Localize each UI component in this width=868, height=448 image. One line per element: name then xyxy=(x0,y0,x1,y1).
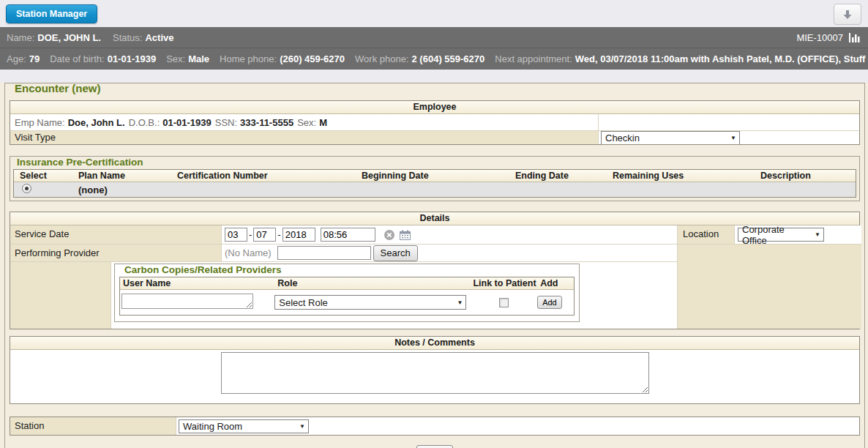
performing-provider-label: Performing Provider xyxy=(10,244,221,261)
col-beginning-date: Beginning Date xyxy=(356,170,509,182)
performing-provider-cell: (No Name) Search xyxy=(221,244,677,261)
emp-dob-label: D.O.B.: xyxy=(129,117,160,128)
page-content: Encounter (new) Employee Emp Name: Doe, … xyxy=(0,83,868,448)
collapse-button[interactable] xyxy=(834,4,861,25)
age-label: Age: xyxy=(7,53,26,64)
location-value: Corporate Office xyxy=(742,224,810,246)
encounter-legend: Encounter (new) xyxy=(11,83,105,94)
emp-sex-value: M xyxy=(319,117,327,128)
station-select[interactable]: Waiting Room ▼ xyxy=(179,419,309,433)
home-phone-value: (260) 459-6270 xyxy=(280,53,345,64)
date-separator: - xyxy=(277,229,280,240)
patient-status: Active xyxy=(145,32,173,43)
chevron-down-icon: ▼ xyxy=(815,231,820,238)
service-date-label: Service Date xyxy=(10,225,221,244)
role-value: Select Role xyxy=(279,297,327,308)
add-provider-button[interactable]: Add xyxy=(537,296,562,309)
details-header: Details xyxy=(10,212,859,225)
calendar-button[interactable] xyxy=(400,230,411,240)
dob-value: 01-01-1939 xyxy=(108,53,157,64)
chevron-down-icon: ▼ xyxy=(299,423,305,430)
carbon-copies-input-row: Select Role ▼ Add xyxy=(120,290,574,315)
visit-type-select[interactable]: Checkin ▼ xyxy=(601,131,740,145)
location-select[interactable]: Corporate Office ▼ xyxy=(738,228,824,242)
notes-header: Notes / Comments xyxy=(10,337,859,350)
station-section: Station Waiting Room ▼ xyxy=(10,417,860,436)
dob-label: Date of birth: xyxy=(50,53,104,64)
calendar-icon xyxy=(400,230,411,240)
employee-info-right-cell xyxy=(598,114,859,130)
sex-label: Sex: xyxy=(166,53,185,64)
no-name-text: (No Name) xyxy=(225,247,272,258)
insurance-table-header: Select Plan Name Certification Number Be… xyxy=(14,170,856,182)
chevron-down-icon: ▼ xyxy=(457,299,463,306)
service-date-day-input[interactable] xyxy=(253,228,276,242)
clear-date-button[interactable] xyxy=(384,230,394,240)
demographic-item: Work phone: 2 (604) 559-6270 xyxy=(355,53,484,64)
visit-type-label: Visit Type xyxy=(10,130,598,144)
col-select: Select xyxy=(14,170,72,182)
carbon-copies-fieldset: Carbon Copies/Related Providers User Nam… xyxy=(114,264,580,322)
demographic-item: Date of birth: 01-01-1939 xyxy=(50,53,156,64)
link-to-patient-checkbox[interactable] xyxy=(499,298,509,307)
notes-textarea[interactable] xyxy=(221,352,649,394)
save-row: Save xyxy=(10,445,860,448)
emp-name-label: Emp Name: xyxy=(15,117,65,128)
emp-ssn-label: SSN: xyxy=(215,117,237,128)
location-cell: Corporate Office ▼ xyxy=(734,225,861,244)
demographic-item: Home phone: (260) 459-6270 xyxy=(220,53,345,64)
precert-none-radio[interactable] xyxy=(22,184,31,193)
employee-section: Employee Emp Name: Doe, John L. D.O.B.: … xyxy=(10,100,860,145)
save-button[interactable]: Save xyxy=(416,445,453,448)
emp-sex-label: Sex: xyxy=(297,117,316,128)
next-appointment-value: Wed, 03/07/2018 11:00am with Ashish Pate… xyxy=(575,53,866,64)
visit-type-row: Visit Type Checkin ▼ xyxy=(10,130,859,144)
visit-type-cell: Checkin ▼ xyxy=(598,130,859,144)
employee-info-row: Emp Name: Doe, John L. D.O.B.: 01-01-193… xyxy=(10,114,859,130)
visit-type-value: Checkin xyxy=(605,132,640,143)
clear-icon xyxy=(384,230,394,240)
work-phone-value: 2 (604) 559-6270 xyxy=(412,53,485,64)
col-user-name: User Name xyxy=(120,277,274,289)
patient-bar: Name: DOE, JOHN L. Status: Active MIE-10… xyxy=(0,27,868,48)
app-header: Station Manager xyxy=(0,0,868,27)
station-cell: Waiting Room ▼ xyxy=(176,417,859,435)
service-time-input[interactable] xyxy=(321,228,375,242)
col-link-to-patient: Link to Patient xyxy=(470,277,537,289)
arrow-down-icon xyxy=(842,9,853,20)
encounter-fieldset: Encounter (new) Employee Emp Name: Doe, … xyxy=(4,83,865,448)
insurance-precert-fieldset: Insurance Pre-Certification Select Plan … xyxy=(10,156,860,201)
demographics-bar: Age: 79 Date of birth: 01-01-1939 Sex: M… xyxy=(0,48,868,70)
patient-name: DOE, JOHN L. xyxy=(37,32,101,43)
location-label: Location xyxy=(677,225,734,244)
carbon-copies-table: User Name Role Link to Patient Add xyxy=(119,277,575,316)
insurance-row: (none) xyxy=(14,182,856,197)
demographic-item: Sex: Male xyxy=(166,53,209,64)
demographic-item: Age: 79 xyxy=(7,53,40,64)
station-manager-button[interactable]: Station Manager xyxy=(6,4,97,23)
service-date-month-input[interactable] xyxy=(225,228,247,242)
station-label: Station xyxy=(10,417,176,435)
user-name-input[interactable] xyxy=(121,294,253,309)
emp-dob-value: 01-01-1939 xyxy=(162,117,212,128)
employee-info: Emp Name: Doe, John L. D.O.B.: 01-01-193… xyxy=(10,114,598,130)
station-row: Station Waiting Room ▼ xyxy=(10,417,859,435)
bar-chart-icon[interactable] xyxy=(848,32,861,43)
provider-search-input[interactable] xyxy=(277,246,371,260)
home-phone-label: Home phone: xyxy=(220,53,277,64)
col-certification-number: Certification Number xyxy=(171,170,356,182)
insurance-table: Select Plan Name Certification Number Be… xyxy=(13,169,856,198)
service-date-cell: - - xyxy=(221,225,677,244)
col-add: Add xyxy=(537,277,574,289)
next-appointment-label: Next appointment: xyxy=(495,53,572,64)
screen: Station Manager Name: DOE, JOHN L. Statu… xyxy=(0,0,868,448)
details-section: Details Service Date - - xyxy=(10,212,860,329)
employee-header: Employee xyxy=(10,101,859,114)
provider-search-button[interactable]: Search xyxy=(373,245,418,261)
service-date-year-input[interactable] xyxy=(283,228,315,242)
sex-value: Male xyxy=(188,53,209,64)
col-plan-name: Plan Name xyxy=(72,170,171,182)
role-select[interactable]: Select Role ▼ xyxy=(274,295,466,310)
work-phone-label: Work phone: xyxy=(355,53,408,64)
station-code: MIE-10007 xyxy=(796,32,843,43)
